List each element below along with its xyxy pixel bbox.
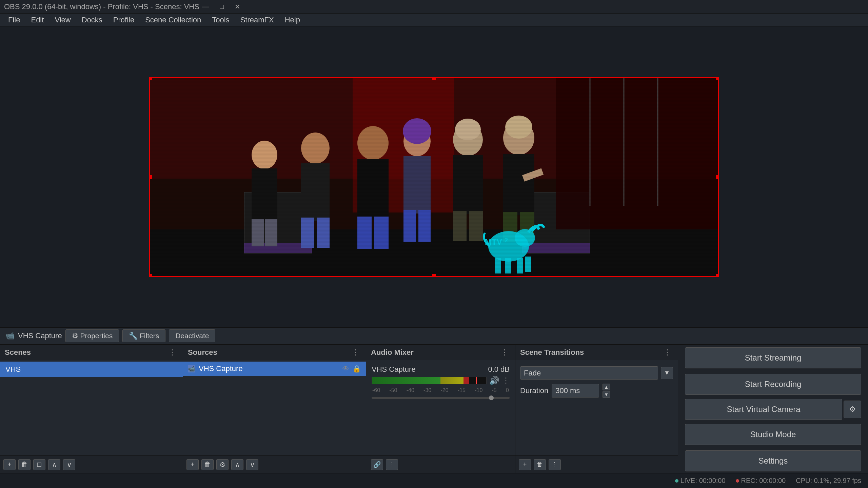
source-type-icon: 📹: [188, 365, 195, 372]
start-virtual-camera-button[interactable]: Start Virtual Camera: [685, 399, 842, 420]
meter-yellow: [440, 377, 463, 384]
scenes-panel-title: Scenes: [5, 348, 31, 357]
source-up-button[interactable]: ∧: [231, 459, 243, 470]
maximize-button[interactable]: □: [217, 3, 226, 11]
transitions-panel-footer: + 🗑 ⋮: [515, 455, 678, 473]
start-streaming-button[interactable]: Start Streaming: [685, 347, 861, 368]
volume-thumb[interactable]: [489, 395, 494, 400]
cpu-label: CPU: 0.1%,: [796, 477, 831, 485]
titlebar-title: OBS 29.0.0 (64-bit, windows) - Profile: …: [4, 2, 199, 11]
scenes-panel-header: Scenes ⋮: [0, 345, 183, 360]
menubar-item-scene-collection[interactable]: Scene Collection: [140, 14, 206, 26]
scene-remove-button[interactable]: 🗑: [18, 459, 31, 470]
live-label: LIVE:: [680, 477, 697, 485]
scenes-panel-actions: ⋮: [166, 347, 178, 358]
scene-up-button[interactable]: ∧: [48, 459, 60, 470]
close-button[interactable]: ✕: [232, 3, 243, 11]
sources-panel-footer: + 🗑 ⚙ ∧ ∨: [183, 455, 366, 473]
scene-filter-button[interactable]: □: [33, 459, 45, 470]
transition-select-row: Fade ▼: [515, 362, 678, 382]
settings-label: Settings: [758, 456, 788, 465]
gear-icon: ⚙: [849, 405, 856, 414]
transition-remove-button[interactable]: 🗑: [534, 459, 546, 470]
scenes-panel-content: VHS: [0, 360, 183, 455]
meter-red: [463, 377, 469, 384]
menubar-item-view[interactable]: View: [50, 14, 75, 26]
source-settings-button[interactable]: ⚙: [216, 459, 229, 470]
properties-button[interactable]: ⚙ Properties: [65, 329, 119, 342]
filters-icon: 🔧: [129, 332, 138, 340]
deactivate-button[interactable]: Deactivate: [169, 329, 215, 342]
transition-type-select[interactable]: Fade: [520, 366, 658, 380]
menubar: FileEditViewDocksProfileScene Collection…: [0, 14, 868, 26]
scene-item-vhs[interactable]: VHS: [0, 362, 183, 377]
duration-down-button[interactable]: ▼: [603, 391, 610, 398]
transitions-panel-title: Scene Transitions: [520, 348, 584, 357]
virtual-camera-settings-button[interactable]: ⚙: [844, 401, 861, 418]
transitions-panel-header: Scene Transitions ⋮: [515, 345, 678, 360]
menubar-item-edit[interactable]: Edit: [26, 14, 48, 26]
sources-panel-menu-btn[interactable]: ⋮: [350, 347, 361, 358]
duration-input[interactable]: [552, 384, 599, 398]
settings-button[interactable]: Settings: [685, 450, 861, 471]
video-svg: MTV 2: [149, 77, 719, 277]
menubar-item-docks[interactable]: Docks: [77, 14, 107, 26]
start-virtual-camera-label: Start Virtual Camera: [727, 405, 801, 414]
audio-panel-menu-btn[interactable]: ⋮: [499, 347, 510, 358]
audio-mute-button[interactable]: 🔊: [489, 376, 499, 385]
studio-mode-label: Studio Mode: [750, 430, 796, 439]
audio-panel-header: Audio Mixer ⋮: [366, 345, 515, 360]
duration-up-button[interactable]: ▲: [603, 384, 610, 390]
svg-rect-48: [149, 77, 719, 277]
transition-select-arrow[interactable]: ▼: [661, 367, 673, 379]
properties-icon: ⚙: [72, 332, 78, 340]
source-item-vhs-capture[interactable]: 📹 VHS Capture 👁 🔒: [183, 362, 366, 376]
volume-slider[interactable]: [372, 397, 510, 399]
scenes-panel: Scenes ⋮ VHS + 🗑 □ ∧ ∨: [0, 345, 183, 473]
source-bar: 📹 VHS Capture ⚙ Properties 🔧 Filters Dea…: [0, 327, 868, 344]
source-lock-icon[interactable]: 🔒: [353, 365, 361, 373]
audio-meter-container: 🔊 ⋮: [372, 376, 510, 385]
transition-add-button[interactable]: +: [519, 459, 531, 470]
audio-link-button[interactable]: 🔗: [371, 459, 383, 470]
sources-panel-header: Sources ⋮: [183, 345, 366, 360]
menubar-item-file[interactable]: File: [3, 14, 25, 26]
source-add-button[interactable]: +: [186, 459, 199, 470]
rec-dot: [736, 479, 739, 483]
minimize-button[interactable]: —: [199, 3, 212, 11]
audio-channel-vhs: VHS Capture 0.0 dB: [366, 362, 515, 402]
preview-area: MTV 2: [0, 26, 868, 327]
source-eye-icon[interactable]: 👁: [342, 365, 349, 373]
source-down-button[interactable]: ∨: [246, 459, 258, 470]
transitions-panel-menu-btn[interactable]: ⋮: [662, 347, 673, 358]
scenes-panel-menu-btn[interactable]: ⋮: [166, 347, 178, 358]
menubar-item-streamfx[interactable]: StreamFX: [236, 14, 279, 26]
statusbar: LIVE: 00:00:00 REC: 00:00:00 CPU: 0.1%, …: [0, 473, 868, 488]
transitions-panel-content: Fade ▼ Duration ▲ ▼: [515, 360, 678, 455]
scene-down-button[interactable]: ∨: [63, 459, 75, 470]
transition-more-button[interactable]: ⋮: [549, 459, 561, 470]
menubar-item-tools[interactable]: Tools: [207, 14, 234, 26]
source-remove-button[interactable]: 🗑: [201, 459, 214, 470]
sources-panel: Sources ⋮ 📹 VHS Capture 👁 🔒 + 🗑 ⚙ ∧ ∨: [183, 345, 366, 473]
start-recording-button[interactable]: Start Recording: [685, 374, 861, 395]
transitions-panel: Scene Transitions ⋮ Fade ▼ Duration ▲: [515, 345, 678, 473]
main: MTV 2: [0, 26, 868, 488]
live-time: 00:00:00: [699, 477, 726, 485]
meter-peak: [476, 377, 477, 384]
menubar-item-profile[interactable]: Profile: [108, 14, 139, 26]
filters-button[interactable]: 🔧 Filters: [122, 329, 165, 342]
studio-mode-button[interactable]: Studio Mode: [685, 424, 861, 445]
bottom-panels: Scenes ⋮ VHS + 🗑 □ ∧ ∨ Sources: [0, 344, 868, 473]
live-status: LIVE: 00:00:00: [675, 477, 726, 485]
menubar-item-help[interactable]: Help: [280, 14, 305, 26]
audio-more-button[interactable]: ⋮: [386, 459, 398, 470]
scene-add-button[interactable]: +: [3, 459, 16, 470]
audio-options-button[interactable]: ⋮: [502, 376, 510, 385]
audio-channel-header: VHS Capture 0.0 dB: [372, 365, 510, 374]
audio-channel-db: 0.0 dB: [488, 365, 510, 374]
rec-label: REC:: [741, 477, 757, 485]
scene-item-label: VHS: [5, 365, 21, 373]
video-frame: MTV 2: [149, 77, 719, 277]
audio-panel-footer: 🔗 ⋮: [366, 455, 515, 473]
